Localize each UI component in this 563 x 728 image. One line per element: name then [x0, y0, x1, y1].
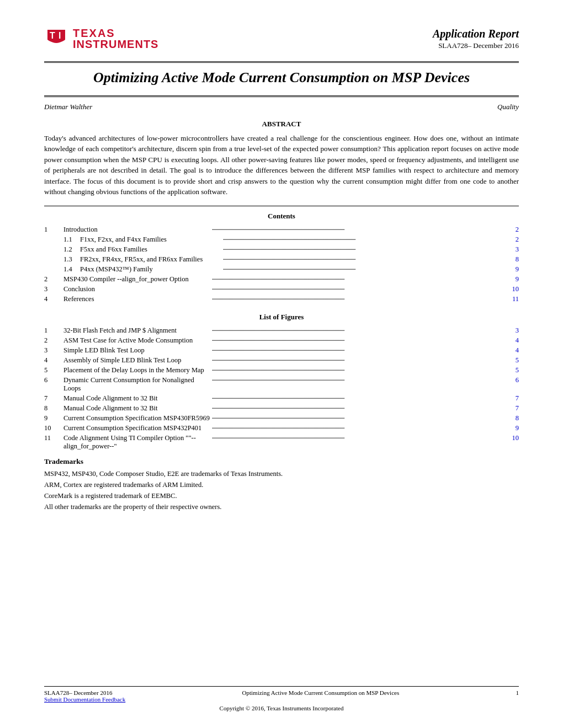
- fig-page: 4: [505, 346, 519, 355]
- main-title: Optimizing Active Mode Current Consumpti…: [44, 68, 519, 87]
- fig-title: Dynamic Current Consumption for Nonalign…: [63, 376, 211, 393]
- toc-dots: ········································…: [211, 285, 505, 293]
- fig-page: 6: [505, 376, 519, 393]
- ti-text: TEXAS INSTRUMENTS: [73, 28, 158, 50]
- fig-num: 1: [44, 326, 63, 335]
- toc-dots: ········································…: [211, 226, 505, 234]
- fig-page: 10: [505, 434, 519, 451]
- toc-title: Conclusion: [63, 285, 211, 293]
- toc-title: MSP430 Compiler --align_for_power Option: [63, 275, 211, 283]
- fig-page: 7: [505, 404, 519, 413]
- toc-num: 4: [44, 295, 63, 303]
- fig-dots: ········································…: [211, 414, 505, 422]
- fig-num: 7: [44, 394, 63, 403]
- fig-dots: ········································…: [211, 434, 505, 451]
- fig-title: Placement of the Delay Loops in the Memo…: [63, 366, 211, 374]
- toc-title: Introduction: [63, 226, 211, 234]
- toc-title: F1xx, F2xx, and F4xx Families: [80, 235, 222, 244]
- toc-item: 1.1F1xx, F2xx, and F4xx Families ·······…: [44, 235, 519, 245]
- toc-dots: ········································…: [222, 235, 505, 244]
- toc-num: [44, 235, 63, 244]
- toc-dots: ········································…: [222, 245, 505, 254]
- fig-num: 2: [44, 336, 63, 345]
- fig-title: Assembly of Simple LED Blink Test Loop: [63, 356, 211, 365]
- fig-dots: ········································…: [211, 356, 505, 365]
- fig-title: Current Consumption Specification MSP432…: [63, 424, 211, 432]
- fig-dots: ········································…: [211, 366, 505, 374]
- page: T I TEXAS INSTRUMENTS Application Report…: [0, 0, 563, 728]
- toc-num: [44, 255, 63, 264]
- toc-container: 1Introduction ··························…: [44, 225, 519, 304]
- fig-page: 9: [505, 424, 519, 432]
- toc-page: 2: [505, 235, 519, 244]
- toc-page: 11: [505, 295, 519, 303]
- toc-item: 2MSP430 Compiler --align_for_power Optio…: [44, 275, 519, 285]
- author-role: Quality: [497, 103, 519, 111]
- toc-item: 3Conclusion ····························…: [44, 285, 519, 295]
- figure-item: 9Current Consumption Specification MSP43…: [44, 414, 519, 424]
- toc-dots: ········································…: [222, 265, 505, 274]
- toc-item: 1Introduction ··························…: [44, 225, 519, 235]
- toc-num: [44, 245, 63, 254]
- fig-dots: ········································…: [211, 424, 505, 432]
- figure-item: 132-Bit Flash Fetch and JMP $ Alignment …: [44, 326, 519, 336]
- ti-logo-icon: T I: [44, 28, 68, 50]
- fig-page: 7: [505, 394, 519, 403]
- toc-item: 1.2F5xx and F6xx Families ··············…: [44, 245, 519, 255]
- figure-item: 11Code Alignment Using TI Compiler Optio…: [44, 433, 519, 452]
- figure-item: 5Placement of the Delay Loops in the Mem…: [44, 366, 519, 376]
- toc-num: 2: [44, 275, 63, 283]
- toc-title: P4xx (MSP432™) Family: [80, 265, 222, 274]
- footer-doc-id: SLAA728– December 2016: [44, 689, 125, 696]
- fig-num: 8: [44, 404, 63, 413]
- fig-num: 9: [44, 414, 63, 422]
- figures-container: 132-Bit Flash Fetch and JMP $ Alignment …: [44, 326, 519, 452]
- figure-item: 2ASM Test Case for Active Mode Consumpti…: [44, 336, 519, 346]
- figures-section: List of Figures 132-Bit Flash Fetch and …: [44, 313, 519, 452]
- fig-title: 32-Bit Flash Fetch and JMP $ Alignment: [63, 326, 211, 335]
- trademarks-section: Trademarks MSP432, MSP430, Code Composer…: [44, 457, 519, 512]
- toc-page: 9: [505, 275, 519, 283]
- fig-page: 3: [505, 326, 519, 335]
- toc-num: 3: [44, 285, 63, 293]
- app-report-title: Application Report: [433, 28, 519, 40]
- toc-sub-num: 1.1: [63, 235, 80, 244]
- abstract-section: ABSTRACT Today's advanced architectures …: [44, 120, 519, 197]
- toc-title: References: [63, 295, 211, 303]
- toc-page: 3: [505, 245, 519, 254]
- toc-title: FR2xx, FR4xx, FR5xx, and FR6xx Families: [80, 255, 222, 264]
- header: T I TEXAS INSTRUMENTS Application Report…: [44, 28, 519, 50]
- toc-num: 1: [44, 226, 63, 234]
- fig-page: 8: [505, 414, 519, 422]
- svg-text:T: T: [50, 31, 55, 40]
- footer-content: SLAA728– December 2016 Submit Documentat…: [44, 689, 519, 703]
- contents-section: Contents 1Introduction ·················…: [44, 206, 519, 304]
- footer-feedback-link[interactable]: Submit Documentation Feedback: [44, 696, 125, 703]
- app-report-area: Application Report SLAA728– December 201…: [433, 28, 519, 50]
- figure-item: 8Manual Code Alignment to 32 Bit ·······…: [44, 404, 519, 414]
- figure-item: 7Manual Code Alignment to 32 Bit ·······…: [44, 394, 519, 404]
- figure-item: 6Dynamic Current Consumption for Nonalig…: [44, 376, 519, 394]
- fig-title: Manual Code Alignment to 32 Bit: [63, 394, 211, 403]
- trademark-line: MSP432, MSP430, Code Composer Studio, E2…: [44, 468, 519, 479]
- footer-page-num: 1: [516, 689, 519, 696]
- fig-num: 6: [44, 376, 63, 393]
- toc-item: 1.3FR2xx, FR4xx, FR5xx, and FR6xx Famili…: [44, 255, 519, 265]
- ti-texas-label: TEXAS: [73, 28, 158, 39]
- app-report-subtitle: SLAA728– December 2016: [433, 41, 519, 50]
- fig-dots: ········································…: [211, 404, 505, 413]
- ti-instruments-label: INSTRUMENTS: [73, 39, 158, 50]
- fig-title: Simple LED Blink Test Loop: [63, 346, 211, 355]
- logo-area: T I TEXAS INSTRUMENTS: [44, 28, 158, 50]
- toc-title: F5xx and F6xx Families: [80, 245, 222, 254]
- toc-sub-num: 1.3: [63, 255, 80, 264]
- ti-logo: T I TEXAS INSTRUMENTS: [44, 28, 158, 50]
- divider-top: [44, 61, 519, 63]
- trademarks-text: MSP432, MSP430, Code Composer Studio, E2…: [44, 468, 519, 512]
- toc-num: [44, 265, 63, 274]
- fig-page: 4: [505, 336, 519, 345]
- footer-center-text: Optimizing Active Mode Current Consumpti…: [131, 689, 510, 696]
- fig-dots: ········································…: [211, 326, 505, 335]
- toc-page: 8: [505, 255, 519, 264]
- contents-heading: Contents: [44, 212, 519, 221]
